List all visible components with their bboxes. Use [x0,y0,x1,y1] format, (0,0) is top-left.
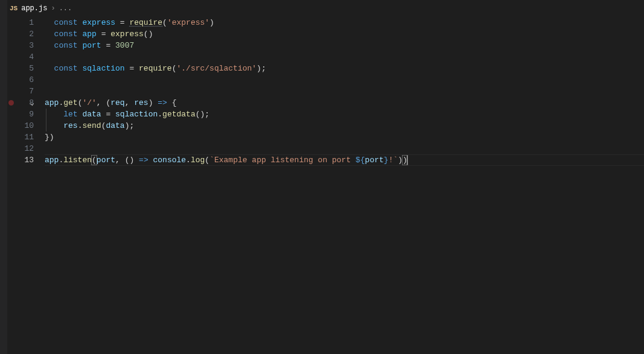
js-file-icon: JS [10,5,18,12]
line-number[interactable]: 1 [16,17,34,28]
line-number[interactable]: 4 [16,51,34,63]
editor-main: JS app.js › ... 1 2 3 4 5 6 7 [7,0,644,354]
line-number[interactable]: 2 [16,28,34,40]
tab-filename[interactable]: app.js [21,4,47,13]
breakpoint-hint-icon[interactable] [8,100,14,106]
line-number[interactable]: 9 [16,109,34,120]
code-line[interactable] [45,143,644,154]
code-line[interactable]: const sqlaction = require('./src/sqlacti… [45,63,644,74]
code-line[interactable] [45,51,644,63]
line-number-gutter[interactable]: 1 2 3 4 5 6 7 8⌄ 9 10 11 12 13 [16,17,42,354]
code-line[interactable]: const express = require('express') [45,17,644,28]
line-number[interactable]: 8⌄ [16,97,34,109]
line-number[interactable]: 5 [16,63,34,74]
line-number[interactable]: 10 [16,120,34,131]
line-number[interactable]: 12 [16,143,34,154]
code-line[interactable]: const port = 3007 [45,40,644,51]
line-number[interactable]: 6 [16,74,34,86]
fold-chevron-icon[interactable]: ⌄ [30,98,34,109]
line-number[interactable]: 7 [16,86,34,97]
code-line[interactable]: let data = sqlaction.getdata(); [45,109,644,120]
text-cursor [407,156,407,165]
breakpoint-column[interactable] [7,17,16,354]
code-line[interactable]: res.send(data); [45,120,644,131]
tab-breadcrumb-bar[interactable]: JS app.js › ... [7,0,644,17]
activity-bar-sliver [0,0,7,354]
code-line[interactable]: app.get('/', (req, res) => { [45,97,644,109]
code-line[interactable]: app.listen(port, () => console.log(`Exam… [45,154,644,166]
line-number[interactable]: 13 [16,154,34,166]
line-number[interactable]: 3 [16,40,34,51]
code-line[interactable] [45,86,644,97]
breadcrumb-separator-icon: › [51,4,55,13]
line-number[interactable]: 11 [16,131,34,143]
code-line[interactable]: const app = express() [45,28,644,40]
code-line[interactable]: }) [45,131,644,143]
breadcrumb-rest[interactable]: ... [59,4,72,13]
code-editor[interactable]: 1 2 3 4 5 6 7 8⌄ 9 10 11 12 13 const exp… [7,17,644,354]
code-line[interactable] [45,74,644,86]
code-content[interactable]: const express = require('express') const… [42,17,644,354]
